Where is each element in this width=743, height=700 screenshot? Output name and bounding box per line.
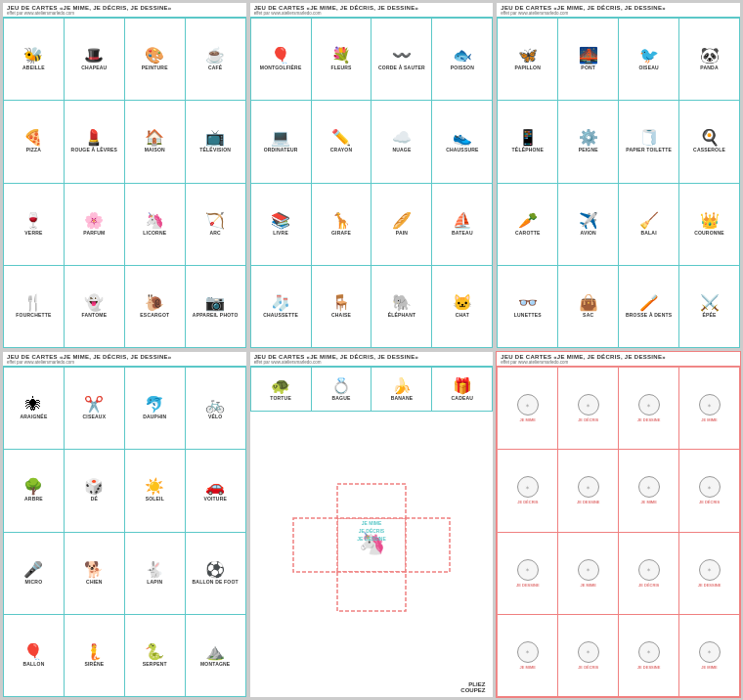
card-carotte: 🥕 CAROTTE [498, 184, 558, 266]
balloon-icon: 🎈 [271, 48, 290, 64]
sheet-1: JEU DE CARTES «Je mime, Je décris, Je de… [2, 2, 247, 349]
card-label: VOITURE [203, 496, 227, 502]
coupez-label: COUPEZ [460, 687, 485, 693]
card-de: 🎲 DÉ [65, 450, 125, 532]
card-label: LAPIN [147, 579, 162, 585]
card-television: 📺 TÉLÉVISION [186, 101, 246, 183]
score-circle: ✶ [517, 559, 539, 581]
score-cell-14: ✶ JE DÉCRIS [558, 615, 619, 697]
score-label: JE DÉCRIS [699, 500, 720, 504]
score-circle: ✶ [578, 559, 599, 581]
card-label: SERPENT [143, 661, 167, 667]
card-poisson: 🐟 POISSON [432, 19, 493, 101]
card-label: MONTAGNE [200, 661, 230, 667]
card-label: PAPILLON [515, 65, 542, 70]
car-icon: 🚗 [205, 479, 225, 495]
banana-icon: 🍌 [392, 378, 412, 394]
card-label: PEIGNE [579, 147, 598, 153]
tv-icon: 📺 [205, 130, 225, 146]
score-label: JE DÉCRIS [517, 500, 538, 504]
card-label: ESCARGOT [140, 312, 169, 318]
card-label: CAFÉ [208, 65, 222, 70]
pot-icon: 🍳 [700, 130, 720, 146]
score-circle: ✶ [578, 394, 599, 416]
card-corde: 〰️ CORDE À SAUTER [372, 19, 432, 101]
card-label: GIRAFE [331, 230, 351, 236]
sun-icon: ☀️ [145, 479, 164, 495]
card-label: ARC [209, 230, 220, 236]
gift-icon: 🎁 [453, 378, 472, 394]
crown-icon: 👑 [700, 213, 720, 229]
bow-icon: 🏹 [205, 213, 225, 229]
card-chaise: 🪑 CHAISE [312, 266, 372, 348]
sheet-2-cards: 🎈 MONTGOLFIÈRE 💐 FLEURS 〰️ CORDE À SAUTE… [250, 18, 494, 348]
card-label: PIZZA [26, 147, 41, 153]
card-label: LIVRE [273, 230, 288, 236]
soccer-icon: ⚽ [205, 562, 225, 578]
card-label: PARFUM [83, 230, 105, 236]
card-label: POISSON [451, 65, 474, 70]
score-circle: ✶ [517, 394, 539, 416]
card-montagne: ⛰️ MONTAGNE [186, 615, 246, 697]
bread-icon: 🥖 [392, 213, 412, 229]
paint-icon: 🎨 [145, 48, 164, 64]
card-label: BANANE [391, 395, 414, 401]
card-label: SIRÈNE [84, 661, 104, 667]
card-tortue: 🐢 TORTUE [251, 368, 312, 412]
card-label: PEINTURE [142, 65, 168, 70]
card-label: CHAUSSETTE [263, 312, 298, 318]
score-cell-11: ✶ JE DÉCRIS [619, 533, 679, 615]
card-label: ARAIGNÉE [20, 414, 47, 419]
card-label: CHAISE [331, 312, 351, 318]
card-label: ÉLÉPHANT [388, 312, 416, 318]
elephant-icon: 🐘 [392, 295, 412, 311]
main-grid: JEU DE CARTES «Je mime, Je décris, Je de… [0, 0, 743, 700]
card-fourchette: 🍴 FOURCHETTE [4, 266, 65, 348]
computer-icon: 💻 [271, 130, 290, 146]
microphone-icon: 🎤 [23, 562, 43, 578]
card-pizza: 🍕 PIZZA [4, 101, 65, 183]
card-label: SOLEIL [146, 496, 164, 502]
snail-icon: 🐌 [145, 295, 164, 311]
score-circle: ✶ [517, 641, 539, 663]
svg-text:JE DESSINE: JE DESSINE [357, 536, 386, 542]
broom-icon: 🧹 [639, 213, 659, 229]
svg-rect-4 [406, 518, 450, 572]
score-label: JE MIME [701, 417, 717, 422]
sheet-3-cards: 🦋 PAPILLON 🌉 PONT 🐦 OISEAU 🐼 PANDA 📱 TÉL… [497, 18, 740, 348]
card-pont: 🌉 PONT [558, 19, 619, 101]
card-label: SAC [583, 312, 593, 318]
card-label: PAPIER TOILETTE [626, 147, 672, 153]
card-panda: 🐼 PANDA [679, 19, 740, 101]
butterfly-icon: 🦋 [518, 48, 538, 64]
box-instructions: PLIEZ COUPEZ [250, 678, 494, 697]
score-label: JE MIME [520, 417, 536, 422]
card-ballon-foot: ⚽ BALLON DE FOOT [186, 533, 246, 615]
mermaid-icon: 🧜 [84, 644, 104, 660]
score-cell-5: ✶ JE DÉCRIS [498, 450, 558, 532]
card-label: CRAYON [330, 147, 352, 153]
sheet-5: JEU DE CARTES «Je mime, Je décris, Je de… [249, 351, 495, 698]
spider-icon: 🕷 [25, 397, 41, 413]
score-cell-12: ✶ JE DESSINE [679, 533, 740, 615]
score-circle: ✶ [638, 559, 660, 581]
toothbrush-icon: 🪥 [639, 295, 659, 311]
card-livre: 📚 LIVRE [251, 184, 312, 266]
card-label: BATEAU [452, 230, 473, 236]
card-casserole: 🍳 CASSEROLE [679, 101, 740, 183]
box-template-svg: 🦄 JE MIME JE DÉCRIS JE DESSINE [279, 464, 464, 626]
score-label: JE MIME [701, 665, 717, 670]
sheet-1-header: JEU DE CARTES «Je mime, Je décris, Je de… [3, 3, 246, 18]
score-circle: ✶ [699, 641, 721, 663]
card-chapeau: 🎩 CHAPEAU [65, 19, 125, 101]
card-cafe: ☕ CAFÉ [186, 19, 246, 101]
turtle-icon: 🐢 [271, 378, 290, 394]
svg-text:JE MIME: JE MIME [362, 520, 382, 526]
card-soleil: ☀️ SOLEIL [125, 450, 186, 532]
chair-icon: 🪑 [331, 295, 351, 311]
card-label: CASSEROLE [693, 147, 725, 153]
score-cell-15: ✶ JE DESSINE [619, 615, 679, 697]
plane-icon: ✈️ [579, 213, 598, 229]
card-appareil-photo: 📷 APPAREIL PHOTO [186, 266, 246, 348]
score-circle: ✶ [699, 476, 721, 498]
